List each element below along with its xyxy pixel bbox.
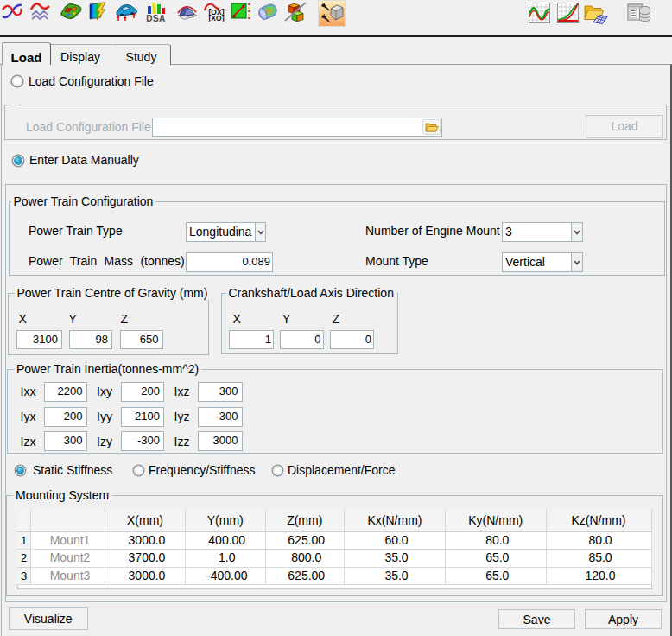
svg-text:[XO]: [XO] — [209, 14, 225, 22]
svg-text:DSA: DSA — [146, 14, 166, 22]
